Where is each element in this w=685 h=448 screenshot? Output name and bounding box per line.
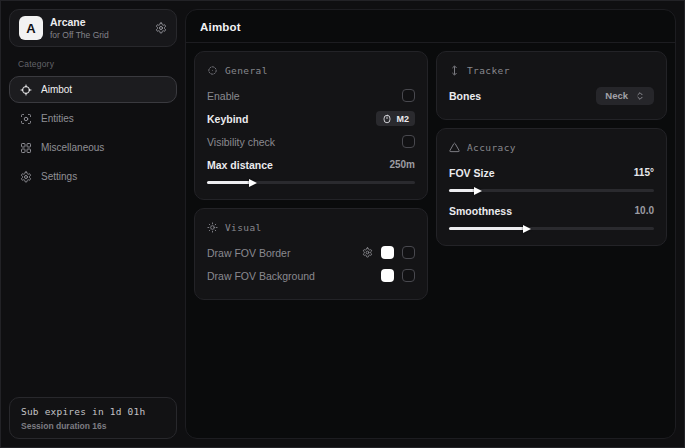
sidebar-item-label: Aimbot bbox=[41, 84, 72, 95]
chevrons-up-down-icon bbox=[635, 91, 645, 101]
max-distance-value: 250m bbox=[389, 159, 415, 170]
sidebar-item-label: Entities bbox=[41, 113, 74, 124]
grid-icon bbox=[20, 142, 32, 154]
draw-fov-border-checkbox[interactable] bbox=[402, 246, 415, 259]
card-tracker-header: Tracker bbox=[449, 61, 654, 79]
sidebar: A Arcane for Off The Grid Category Aimbo… bbox=[9, 9, 177, 439]
app-window: A Arcane for Off The Grid Category Aimbo… bbox=[0, 0, 685, 448]
move-vertical-icon bbox=[449, 65, 460, 76]
card-accuracy: Accuracy FOV Size 115° Smoothness 10.0 bbox=[436, 128, 667, 246]
sidebar-item-settings[interactable]: Settings bbox=[9, 163, 177, 190]
row-keybind: Keybind M2 bbox=[207, 107, 415, 130]
triangle-icon bbox=[449, 142, 460, 153]
category-label: Category bbox=[18, 59, 177, 69]
card-general-header: General bbox=[207, 61, 415, 79]
fov-size-slider[interactable] bbox=[449, 189, 654, 192]
smoothness-slider-fill bbox=[449, 227, 525, 230]
crosshair-dotted-icon bbox=[207, 65, 218, 76]
fov-size-slider-thumb[interactable] bbox=[474, 187, 482, 195]
card-visual: Visual Draw FOV Border Draw bbox=[194, 208, 428, 300]
card-tracker: Tracker Bones Neck bbox=[436, 51, 667, 120]
row-visibility-check: Visibility check bbox=[207, 130, 415, 153]
row-draw-fov-border: Draw FOV Border bbox=[207, 241, 415, 264]
keybind-label: Keybind bbox=[207, 113, 248, 125]
row-draw-fov-background: Draw FOV Background bbox=[207, 264, 415, 287]
draw-fov-border-controls bbox=[362, 246, 415, 259]
sub-expiry-text: Sub expires in 1d 01h bbox=[21, 406, 165, 417]
column-left: General Enable Keybind M2 bbox=[194, 51, 428, 300]
card-header-label: Visual bbox=[225, 222, 262, 233]
draw-fov-background-checkbox[interactable] bbox=[402, 269, 415, 282]
keybind-button[interactable]: M2 bbox=[376, 111, 415, 126]
app-name: Arcane bbox=[50, 17, 109, 29]
enable-checkbox[interactable] bbox=[402, 89, 415, 102]
session-duration-text: Session duration 16s bbox=[21, 421, 165, 431]
card-accuracy-header: Accuracy bbox=[449, 138, 654, 156]
gear-icon[interactable] bbox=[155, 22, 167, 34]
bones-selected-value: Neck bbox=[605, 90, 628, 101]
brand-text: Arcane for Off The Grid bbox=[50, 17, 109, 39]
app-logo: A bbox=[19, 16, 43, 40]
row-enable: Enable bbox=[207, 84, 415, 107]
card-header-label: General bbox=[225, 65, 268, 76]
fov-border-color-swatch[interactable] bbox=[381, 246, 394, 259]
card-header-label: Tracker bbox=[467, 65, 510, 76]
max-distance-slider-thumb[interactable] bbox=[249, 179, 257, 187]
fov-size-label: FOV Size bbox=[449, 167, 495, 179]
card-general: General Enable Keybind M2 bbox=[194, 51, 428, 200]
sidebar-item-aimbot[interactable]: Aimbot bbox=[9, 76, 177, 103]
row-smoothness: Smoothness 10.0 bbox=[449, 199, 654, 222]
sidebar-item-entities[interactable]: Entities bbox=[9, 105, 177, 132]
sidebar-item-label: Miscellaneous bbox=[41, 142, 104, 153]
logo-letter: A bbox=[26, 21, 35, 36]
visibility-check-checkbox[interactable] bbox=[402, 135, 415, 148]
smoothness-slider[interactable] bbox=[449, 227, 654, 230]
column-right: Tracker Bones Neck bbox=[436, 51, 667, 246]
bones-label: Bones bbox=[449, 90, 481, 102]
card-header-label: Accuracy bbox=[467, 142, 516, 153]
fov-size-slider-fill bbox=[449, 189, 476, 192]
max-distance-slider-fill bbox=[207, 181, 251, 184]
max-distance-label: Max distance bbox=[207, 159, 273, 171]
brand-card: A Arcane for Off The Grid bbox=[9, 9, 177, 47]
smoothness-value: 10.0 bbox=[635, 205, 654, 216]
app-subtitle: for Off The Grid bbox=[50, 31, 109, 40]
draw-fov-background-controls bbox=[381, 269, 415, 282]
smoothness-label: Smoothness bbox=[449, 205, 512, 217]
enable-label: Enable bbox=[207, 90, 240, 102]
row-fov-size: FOV Size 115° bbox=[449, 161, 654, 184]
mouse-icon bbox=[382, 114, 392, 124]
keybind-value: M2 bbox=[396, 114, 409, 124]
fov-size-value: 115° bbox=[634, 167, 654, 178]
bones-select[interactable]: Neck bbox=[596, 87, 654, 105]
content-area: General Enable Keybind M2 bbox=[186, 43, 675, 308]
gear-icon[interactable] bbox=[362, 247, 373, 258]
draw-fov-background-label: Draw FOV Background bbox=[207, 270, 315, 282]
draw-fov-border-label: Draw FOV Border bbox=[207, 247, 290, 259]
sidebar-item-label: Settings bbox=[41, 171, 77, 182]
page-title: Aimbot bbox=[186, 10, 675, 42]
crosshair-icon bbox=[20, 84, 32, 96]
sidebar-nav: Aimbot Entities Miscellaneous Settings bbox=[9, 76, 177, 190]
scan-eye-icon bbox=[20, 113, 32, 125]
gear-icon bbox=[20, 171, 32, 183]
sidebar-item-miscellaneous[interactable]: Miscellaneous bbox=[9, 134, 177, 161]
subscription-card: Sub expires in 1d 01h Session duration 1… bbox=[9, 397, 177, 439]
max-distance-slider[interactable] bbox=[207, 181, 415, 184]
visibility-check-label: Visibility check bbox=[207, 136, 275, 148]
sun-icon bbox=[207, 222, 218, 233]
smoothness-slider-thumb[interactable] bbox=[523, 225, 531, 233]
row-max-distance: Max distance 250m bbox=[207, 153, 415, 176]
card-visual-header: Visual bbox=[207, 218, 415, 236]
row-bones: Bones Neck bbox=[449, 84, 654, 107]
fov-background-color-swatch[interactable] bbox=[381, 269, 394, 282]
main-panel: Aimbot General Enable bbox=[185, 9, 676, 439]
